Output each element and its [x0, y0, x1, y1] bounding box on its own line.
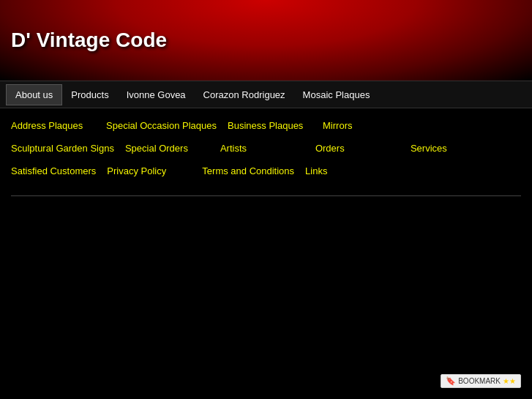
bookmark-bar: 🔖 BOOKMARK ★★ — [441, 374, 521, 388]
bookmark-button[interactable]: 🔖 BOOKMARK ★★ — [441, 374, 521, 388]
nav-item-products[interactable]: Products — [62, 85, 117, 105]
bookmark-stars: ★★ — [503, 377, 516, 385]
divider — [11, 195, 521, 196]
subnav-row1: Address Plaques Special Occasion Plaques… — [11, 114, 521, 137]
subnav-row2: Sculptural Garden Signs Special Orders A… — [11, 137, 521, 160]
subnav-artists[interactable]: Artists — [220, 140, 315, 157]
subnav-satisfied[interactable]: Satisfied Customers — [11, 163, 107, 179]
nav-bar: About us Products Ivonne Govea Corazon R… — [0, 81, 532, 108]
subnav-address-plaques[interactable]: Address Plaques — [11, 117, 106, 134]
subnav-services[interactable]: Services — [411, 140, 506, 157]
subnav-special-orders[interactable]: Special Orders — [125, 140, 220, 157]
site-title: D' Vintage Code — [11, 29, 167, 52]
subnav: Address Plaques Special Occasion Plaques… — [0, 108, 532, 188]
subnav-business-plaques[interactable]: Business Plaques — [228, 117, 323, 134]
subnav-links[interactable]: Links — [305, 163, 400, 179]
subnav-row3: Satisfied Customers Privacy Policy Terms… — [11, 160, 521, 182]
header: D' Vintage Code — [0, 0, 532, 81]
subnav-terms[interactable]: Terms and Conditions — [202, 163, 305, 179]
subnav-special-occasion[interactable]: Special Occasion Plaques — [106, 117, 228, 134]
nav-item-mosaic[interactable]: Mosaic Plaques — [294, 85, 379, 105]
nav-item-corazon[interactable]: Corazon Rodriguez — [195, 85, 294, 105]
bookmark-icon: 🔖 — [446, 376, 456, 386]
subnav-mirrors[interactable]: Mirrors — [323, 117, 418, 134]
nav-item-about[interactable]: About us — [6, 84, 62, 105]
nav-item-ivonne[interactable]: Ivonne Govea — [118, 85, 195, 105]
subnav-sculptural[interactable]: Sculptural Garden Signs — [11, 140, 125, 157]
subnav-orders[interactable]: Orders — [315, 140, 411, 157]
bookmark-label: BOOKMARK — [458, 377, 501, 385]
subnav-privacy[interactable]: Privacy Policy — [107, 163, 202, 179]
